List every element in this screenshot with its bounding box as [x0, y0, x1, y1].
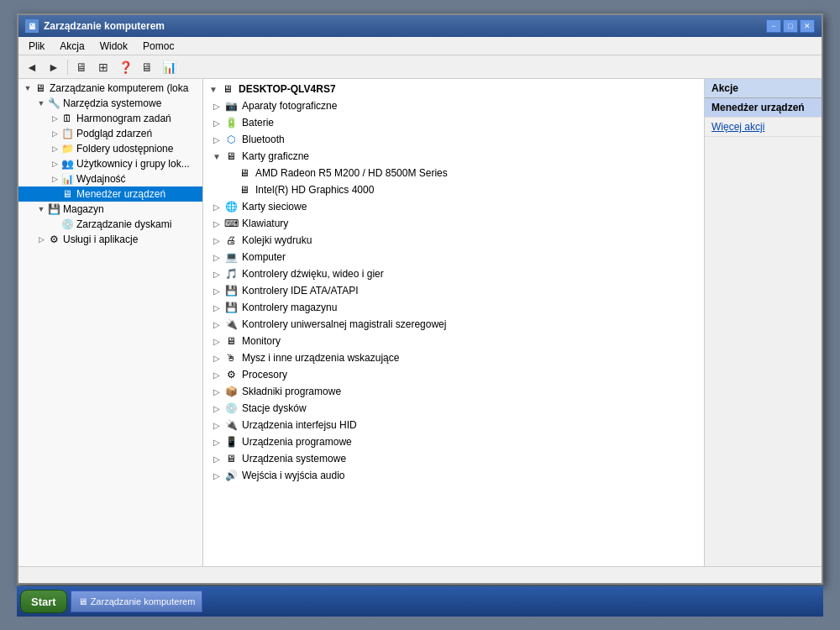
main-content: ▼ 🖥 Zarządzanie komputerem (loka ▼ 🔧 Nar… — [18, 79, 822, 566]
dm-intel[interactable]: 🖥 Intel(R) HD Graphics 4000 — [203, 181, 704, 198]
forward-button[interactable]: ► — [44, 58, 64, 76]
status-bar — [18, 566, 822, 583]
dm-urzadzenia-sys-icon: 🖥 — [223, 452, 239, 465]
podglad-icon: 📋 — [60, 127, 74, 140]
dm-urzadzenia-prog-icon: 📱 — [223, 435, 239, 449]
dm-monitory[interactable]: ▷ 🖥 Monitory — [203, 333, 704, 349]
tree-podglad[interactable]: ▷ 📋 Podgląd zdarzeń — [18, 126, 202, 141]
tree-narzedzia[interactable]: ▼ 🔧 Narzędzia systemowe — [18, 96, 202, 111]
dm-kontrolery-ide-toggle: ▷ — [210, 284, 223, 297]
menedzer-toggle — [49, 188, 60, 200]
dm-skladniki-toggle: ▷ — [210, 385, 223, 398]
dm-kontrolery-uni[interactable]: ▷ 🔌 Kontrolery uniwersalnej magistrali s… — [203, 316, 704, 333]
taskbar-app-zarzadzanie[interactable]: 🖥 Zarządzanie komputerem — [71, 591, 203, 612]
menu-plik[interactable]: Plik — [22, 39, 51, 54]
tree-wydajnosc[interactable]: ▷ 📊 Wydajność — [18, 171, 202, 186]
harmonogram-label: Harmonogram zadań — [76, 113, 171, 124]
back-button[interactable]: ◄ — [22, 58, 42, 76]
tree-dyski[interactable]: 💿 Zarządzanie dyskami — [18, 217, 202, 232]
dm-kontrolery-dzw-label: Kontrolery dźwięku, wideo i gier — [242, 268, 384, 280]
root-icon: 🖥 — [34, 81, 47, 95]
minimize-button[interactable]: − — [766, 19, 781, 33]
dm-root[interactable]: ▼ 🖥 DESKTOP-QLV4RS7 — [203, 81, 704, 97]
dm-mysz-icon: 🖱 — [223, 351, 239, 365]
dm-komputer[interactable]: ▷ 💻 Komputer — [203, 249, 704, 265]
dm-mysz-label: Mysz i inne urządzenia wskazujące — [242, 352, 399, 364]
harmonogram-icon: 🗓 — [60, 112, 74, 125]
dm-urzadzenia-hid[interactable]: ▷ 🔌 Urządzenia interfejsu HID — [203, 417, 704, 433]
close-button[interactable]: ✕ — [800, 19, 815, 33]
tree-foldery[interactable]: ▷ 📁 Foldery udostępnione — [18, 141, 202, 156]
tree-magazyn[interactable]: ▼ 💾 Magazyn — [18, 202, 202, 217]
dm-procesory-toggle: ▷ — [210, 368, 223, 381]
dm-stacje-label: Stacje dysków — [242, 402, 307, 414]
toolbar-btn-1[interactable]: 🖥 — [71, 58, 92, 76]
dm-aparaty-toggle: ▷ — [210, 99, 223, 113]
toolbar-btn-3[interactable]: ❓ — [115, 58, 135, 76]
narzedzia-label: Narzędzia systemowe — [63, 97, 161, 109]
uslugi-label: Usługi i aplikacje — [63, 234, 138, 245]
dyski-icon: 💿 — [60, 218, 74, 231]
taskbar-app-icon: 🖥 — [78, 596, 87, 606]
dm-wydruku[interactable]: ▷ 🖨 Kolejki wydruku — [203, 232, 704, 249]
harmonogram-toggle: ▷ — [49, 113, 60, 124]
dm-aparaty-label: Aparaty fotograficzne — [242, 100, 337, 112]
start-button[interactable]: Start — [20, 590, 67, 613]
dm-kontrolery-uni-icon: 🔌 — [223, 318, 239, 331]
dm-klawiatury[interactable]: ▷ ⌨ Klawiatury — [203, 215, 704, 232]
uzytkownicy-label: Użytkownicy i grupy lok... — [76, 158, 190, 170]
tree-menedzer[interactable]: 🖥 Menedżer urządzeń — [18, 186, 202, 202]
maximize-button[interactable]: □ — [783, 19, 798, 33]
foldery-icon: 📁 — [60, 142, 74, 155]
dm-skladniki[interactable]: ▷ 📦 Składniki programowe — [203, 383, 704, 400]
dm-klawiatury-icon: ⌨ — [223, 217, 239, 230]
dm-urzadzenia-prog-label: Urządzenia programowe — [242, 436, 352, 448]
tree-root[interactable]: ▼ 🖥 Zarządzanie komputerem (loka — [18, 81, 202, 96]
toolbar-btn-4[interactable]: 🖥 — [137, 58, 157, 76]
dm-root-icon: 🖥 — [220, 82, 235, 96]
dm-sieciowe-label: Karty sieciowe — [242, 201, 307, 213]
action-wiecej[interactable]: Więcej akcji — [705, 118, 822, 137]
dm-kontrolery-mag[interactable]: ▷ 💾 Kontrolery magazynu — [203, 299, 704, 316]
dm-sieciowe[interactable]: ▷ 🌐 Karty sieciowe — [203, 198, 704, 215]
dm-bluetooth-toggle: ▷ — [210, 133, 223, 146]
dm-kontrolery-ide[interactable]: ▷ 💾 Kontrolery IDE ATA/ATAPI — [203, 282, 704, 299]
dm-urzadzenia-sys[interactable]: ▷ 🖥 Urządzenia systemowe — [203, 450, 704, 467]
tree-uzytkownicy[interactable]: ▷ 👥 Użytkownicy i grupy lok... — [18, 156, 202, 171]
dm-baterie[interactable]: ▷ 🔋 Baterie — [203, 114, 704, 131]
menu-akcja[interactable]: Akcja — [53, 39, 91, 54]
dm-mysz[interactable]: ▷ 🖱 Mysz i inne urządzenia wskazujące — [203, 349, 704, 366]
dm-root-label: DESKTOP-QLV4RS7 — [239, 83, 336, 95]
dm-kontrolery-dzw[interactable]: ▷ 🎵 Kontrolery dźwięku, wideo i gier — [203, 265, 704, 282]
dm-wydruku-label: Kolejki wydruku — [242, 234, 312, 246]
dm-wejscia-toggle: ▷ — [210, 469, 223, 482]
dm-urzadzenia-sys-label: Urządzenia systemowe — [242, 453, 346, 465]
dm-amd[interactable]: 🖥 AMD Radeon R5 M200 / HD 8500M Series — [203, 165, 704, 181]
dm-karty[interactable]: ▼ 🖥 Karty graficzne — [203, 148, 704, 165]
narzedzia-icon: 🔧 — [47, 97, 60, 110]
dm-bluetooth-icon: ⬡ — [223, 133, 239, 146]
action-menedzer[interactable]: Menedżer urządzeń — [705, 98, 822, 118]
left-panel: ▼ 🖥 Zarządzanie komputerem (loka ▼ 🔧 Nar… — [18, 79, 203, 566]
toolbar-btn-5[interactable]: 📊 — [159, 58, 179, 76]
menu-widok[interactable]: Widok — [93, 39, 134, 54]
window-icon: 🖥 — [25, 19, 39, 33]
dm-stacje[interactable]: ▷ 💿 Stacje dysków — [203, 400, 704, 417]
dyski-toggle — [49, 218, 60, 230]
dm-bluetooth[interactable]: ▷ ⬡ Bluetooth — [203, 131, 704, 148]
toolbar-btn-2[interactable]: ⊞ — [93, 58, 113, 76]
dm-wejscia[interactable]: ▷ 🔊 Wejścia i wyjścia audio — [203, 467, 704, 484]
dm-urzadzenia-prog[interactable]: ▷ 📱 Urządzenia programowe — [203, 433, 704, 450]
foldery-label: Foldery udostępnione — [76, 143, 173, 155]
menu-pomoc[interactable]: Pomoc — [136, 39, 181, 54]
dm-aparaty[interactable]: ▷ 📷 Aparaty fotograficzne — [203, 97, 704, 114]
tree-uslugi[interactable]: ▷ ⚙ Usługi i aplikacje — [18, 232, 202, 247]
dm-baterie-label: Baterie — [242, 117, 274, 129]
dm-procesory[interactable]: ▷ ⚙ Procesory — [203, 366, 704, 383]
dm-intel-icon: 🖥 — [237, 183, 252, 197]
dm-monitory-icon: 🖥 — [223, 334, 239, 348]
podglad-label: Podgląd zdarzeń — [76, 128, 152, 139]
dm-urzadzenia-sys-toggle: ▷ — [210, 452, 223, 465]
dm-komputer-toggle: ▷ — [210, 250, 223, 264]
tree-harmonogram[interactable]: ▷ 🗓 Harmonogram zadań — [18, 111, 202, 126]
